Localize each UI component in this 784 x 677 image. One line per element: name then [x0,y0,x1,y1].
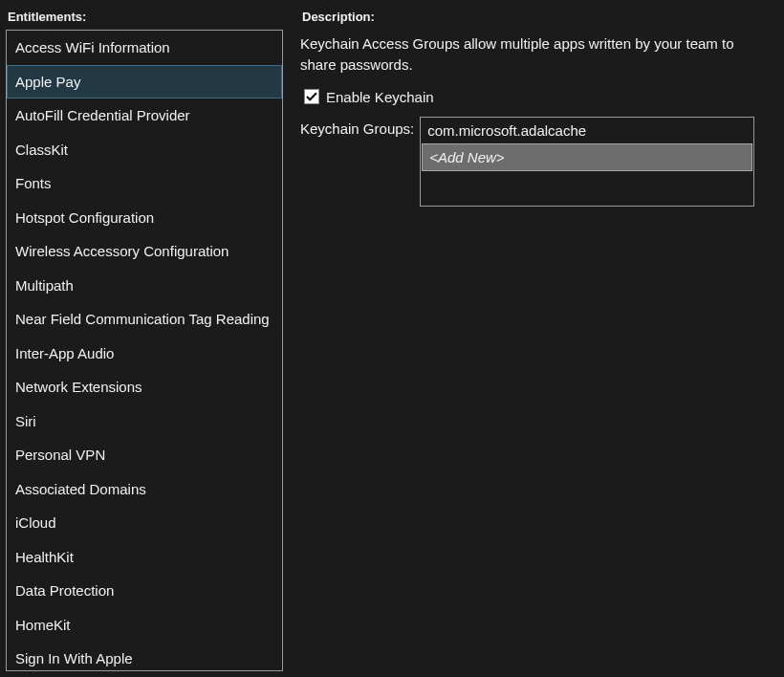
entitlement-item[interactable]: Personal VPN [7,438,282,472]
entitlements-header: Entitlements: [6,6,283,30]
entitlement-item[interactable]: AutoFill Credential Provider [7,98,282,133]
entitlement-item[interactable]: Near Field Communication Tag Reading [7,302,282,337]
entitlement-item[interactable]: Wireless Accessory Configuration [7,234,282,269]
entitlement-item[interactable]: Data Protection [7,574,282,608]
description-text: Keychain Access Groups allow multiple ap… [300,30,778,89]
entitlements-list[interactable]: Access WiFi InformationApple PayAutoFill… [6,30,283,671]
entitlement-item[interactable]: Access WiFi Information [7,31,282,65]
keychain-groups-label: Keychain Groups: [300,117,414,137]
entitlement-item[interactable]: Sign In With Apple [7,642,282,671]
keychain-groups-list[interactable]: com.microsoft.adalcache<Add New> [420,117,754,207]
entitlement-item[interactable]: Associated Domains [7,472,282,507]
entitlement-item[interactable]: Fonts [7,166,282,201]
entitlement-item[interactable]: Hotspot Configuration [7,201,282,235]
check-icon [306,91,317,102]
entitlement-item[interactable]: ClassKit [7,133,282,167]
enable-keychain-checkbox[interactable] [304,89,319,104]
entitlement-item[interactable]: Siri [7,404,282,439]
entitlement-item[interactable]: iCloud [7,506,282,540]
keychain-group-add-new[interactable]: <Add New> [422,143,752,171]
entitlement-item[interactable]: HealthKit [7,540,282,575]
keychain-groups-row: Keychain Groups: com.microsoft.adalcache… [300,117,778,207]
entitlement-item[interactable]: Multipath [7,269,282,303]
keychain-group-item[interactable]: com.microsoft.adalcache [421,118,753,143]
description-panel: Description: Keychain Access Groups allo… [283,6,778,671]
entitlement-item[interactable]: HomeKit [7,608,282,643]
description-header: Description: [300,6,778,30]
entitlements-panel: Entitlements: Access WiFi InformationApp… [6,6,283,671]
entitlement-item[interactable]: Apple Pay [7,65,282,99]
entitlement-item[interactable]: Network Extensions [7,370,282,404]
entitlement-item[interactable]: Inter-App Audio [7,337,282,371]
enable-keychain-label: Enable Keychain [326,89,434,105]
enable-keychain-row[interactable]: Enable Keychain [300,89,778,117]
